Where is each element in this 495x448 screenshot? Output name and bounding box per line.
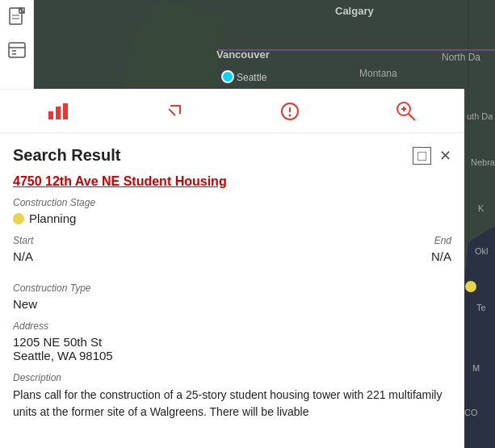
expand-button[interactable]: □ — [413, 147, 431, 165]
redirect-icon[interactable] — [160, 97, 189, 126]
svg-point-15 — [222, 71, 233, 82]
document-icon[interactable] — [6, 6, 28, 29]
top-toolbar — [0, 89, 464, 133]
construction-type-value: New — [13, 297, 451, 311]
end-label: End — [431, 235, 451, 246]
planning-value: Planning — [29, 211, 76, 225]
end-block: End N/A — [431, 235, 451, 273]
svg-rect-26 — [56, 107, 61, 119]
address-line1: 1205 NE 50th St — [13, 335, 102, 349]
description-label: Description — [13, 372, 451, 383]
svg-point-30 — [289, 114, 292, 116]
svg-line-32 — [409, 114, 415, 120]
close-button[interactable]: ✕ — [439, 147, 451, 165]
svg-text:ICO: ICO — [462, 408, 478, 417]
address-line2: Seattle, WA 98105 — [13, 349, 113, 362]
search-result-panel: Search Result □ ✕ 4750 12th Ave NE Stude… — [0, 133, 464, 448]
address-label: Address — [13, 320, 451, 332]
construction-stage-label: Construction Stage — [13, 197, 451, 208]
planning-dot — [13, 213, 24, 224]
svg-point-16 — [465, 281, 476, 292]
description-value: Plans call for the construction of a 25-… — [13, 387, 451, 421]
svg-text:M: M — [472, 363, 480, 373]
svg-text:Seattle: Seattle — [237, 72, 267, 83]
svg-text:North Da: North Da — [442, 52, 480, 63]
address-value: 1205 NE 50th St Seattle, WA 98105 — [13, 335, 451, 362]
start-block: Start N/A — [13, 235, 33, 273]
planning-row: Planning — [13, 211, 451, 225]
dates-row: Start N/A End N/A — [13, 235, 451, 273]
start-value: N/A — [13, 249, 33, 263]
panel-controls: □ ✕ — [413, 147, 451, 165]
svg-rect-27 — [63, 103, 68, 119]
zoom-in-icon[interactable] — [392, 97, 421, 126]
svg-text:Te: Te — [476, 303, 486, 312]
svg-text:K: K — [478, 203, 485, 213]
svg-text:Calgary: Calgary — [335, 5, 374, 17]
bar-chart-icon[interactable] — [44, 97, 73, 126]
start-label: Start — [13, 235, 33, 246]
svg-rect-25 — [48, 111, 53, 119]
left-toolbar — [0, 0, 34, 89]
end-value: N/A — [431, 249, 451, 263]
alert-circle-icon[interactable] — [275, 97, 304, 126]
svg-text:Nebra: Nebra — [471, 157, 495, 167]
panel-header: Search Result □ ✕ — [13, 146, 451, 165]
svg-text:Montana: Montana — [359, 68, 397, 79]
svg-text:Vancouver: Vancouver — [216, 48, 270, 61]
panel-title: Search Result — [13, 146, 120, 165]
svg-text:uth Da: uth Da — [467, 111, 493, 121]
svg-rect-21 — [9, 43, 25, 57]
result-title[interactable]: 4750 12th Ave NE Student Housing — [13, 174, 451, 189]
svg-text:Okl: Okl — [475, 246, 489, 256]
construction-type-label: Construction Type — [13, 283, 451, 294]
menu-icon[interactable] — [6, 39, 28, 61]
